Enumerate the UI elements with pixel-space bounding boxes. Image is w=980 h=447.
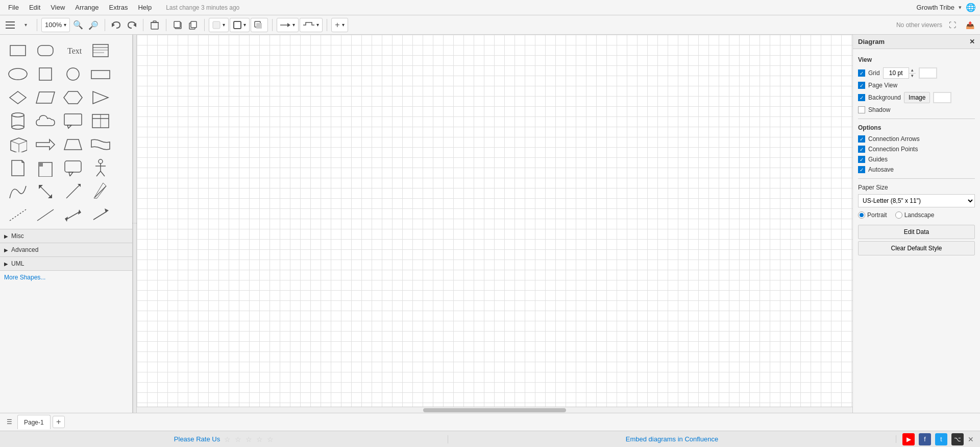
shape-rounded-rect[interactable] (32, 39, 59, 62)
stroke-chevron[interactable]: ▾ (243, 22, 246, 28)
zoom-out-btn[interactable]: 🔍 (86, 18, 101, 32)
shape-bidirectional-arrow[interactable] (59, 203, 87, 227)
connection-points-checkbox[interactable]: ✓ (858, 146, 865, 153)
menu-file[interactable]: File (4, 3, 23, 12)
canvas-area[interactable] (137, 35, 852, 413)
waypoint-style-btn[interactable]: ▾ (300, 18, 323, 32)
background-checkbox[interactable]: ✓ (858, 94, 865, 101)
shape-3d-box[interactable] (4, 133, 32, 156)
shape-person[interactable] (87, 156, 114, 180)
section-uml[interactable]: ▶ UML (0, 256, 132, 270)
tab-menu-btn[interactable]: ☰ (3, 416, 15, 428)
paper-size-select[interactable]: US-Letter (8,5" x 11") A4 A3 (858, 194, 975, 207)
shape-diagonal-arrow[interactable] (59, 180, 87, 203)
autosave-checkbox[interactable]: ✓ (858, 166, 865, 173)
collapse-handle[interactable]: ⋮ (133, 35, 137, 413)
fullscreen-btn[interactable]: ⛶ (945, 18, 960, 32)
share-btn[interactable]: 📤 (963, 18, 977, 32)
shape-trapezoid[interactable] (59, 133, 87, 156)
shape-wide-rect[interactable] (87, 62, 114, 86)
stroke-color-btn[interactable]: ▾ (230, 18, 250, 32)
landscape-radio[interactable]: Landscape (895, 211, 935, 219)
embed-link[interactable]: Embed diagrams in Confluence (626, 435, 718, 443)
youtube-icon[interactable]: ▶ (902, 433, 915, 445)
menu-arrange[interactable]: Arrange (71, 3, 103, 12)
menu-edit[interactable]: Edit (25, 3, 44, 12)
sidebar-toggle-btn[interactable] (3, 18, 17, 32)
grid-color-box[interactable] (919, 67, 937, 79)
shadow-checkbox[interactable] (858, 106, 865, 113)
connection-chevron[interactable]: ▾ (292, 22, 295, 28)
shape-callout[interactable] (59, 109, 87, 133)
shape-table[interactable] (87, 109, 114, 133)
shape-circle[interactable] (59, 62, 87, 86)
shape-cloud[interactable] (32, 109, 59, 133)
menu-view[interactable]: View (46, 3, 69, 12)
twitter-icon[interactable]: t (935, 433, 947, 445)
shape-pencil[interactable] (87, 180, 114, 203)
delete-btn[interactable] (148, 18, 162, 32)
globe-icon[interactable]: 🌐 (966, 3, 976, 12)
add-page-btn[interactable]: + (53, 416, 65, 428)
shape-double-arrow[interactable] (32, 180, 59, 203)
github-icon[interactable]: ⌥ (951, 433, 964, 445)
guides-checkbox[interactable]: ✓ (858, 156, 865, 163)
banner-close-btn[interactable]: ✕ (968, 435, 974, 443)
shape-ellipse[interactable] (4, 62, 32, 86)
grid-spin-up[interactable]: ▲ (909, 67, 916, 74)
rate-us-link[interactable]: Please Rate Us (174, 435, 220, 443)
redo-btn[interactable] (125, 18, 139, 32)
zoom-dropdown-arrow[interactable]: ▾ (64, 22, 66, 28)
star-4[interactable]: ☆ (256, 435, 263, 443)
waypoint-chevron[interactable]: ▾ (316, 22, 319, 28)
shape-hexagon[interactable] (59, 86, 87, 109)
grid-checkbox[interactable]: ✓ (858, 69, 865, 77)
clear-default-style-btn[interactable]: Clear Default Style (858, 241, 975, 255)
shape-rectangle[interactable] (4, 39, 32, 62)
duplicate-btn[interactable] (170, 18, 185, 32)
insert-btn[interactable]: + ▾ (331, 18, 348, 32)
shape-diamond[interactable] (4, 86, 32, 109)
edit-data-btn[interactable]: Edit Data (858, 225, 975, 239)
background-image-btn[interactable]: Image (904, 92, 930, 103)
shape-note[interactable] (87, 39, 114, 62)
connection-arrows-checkbox[interactable]: ✓ (858, 135, 865, 143)
tab-page1[interactable]: Page-1 (17, 415, 51, 429)
shape-card[interactable] (32, 156, 59, 180)
section-misc[interactable]: ▶ Misc (0, 229, 132, 243)
more-shapes-btn[interactable]: More Shapes... (0, 270, 132, 284)
dropdown-icon[interactable]: ▾ (959, 4, 962, 11)
sidebar-toggle-chevron[interactable]: ▾ (18, 18, 33, 32)
right-panel-close-btn[interactable]: ✕ (969, 38, 975, 45)
shape-document[interactable] (4, 156, 32, 180)
zoom-in-btn[interactable]: 🔍 (71, 18, 85, 32)
background-color-box[interactable] (933, 92, 951, 103)
shape-wave-flag[interactable] (87, 133, 114, 156)
portrait-radio[interactable]: Portrait (858, 211, 887, 219)
scrollbar-thumb[interactable] (423, 408, 566, 412)
shape-arrow[interactable] (32, 133, 59, 156)
fill-color-btn[interactable]: ▾ (209, 18, 229, 32)
copy-btn[interactable] (186, 18, 200, 32)
insert-chevron[interactable]: ▾ (342, 22, 345, 28)
star-5[interactable]: ☆ (267, 435, 274, 443)
shape-parallelogram[interactable] (32, 86, 59, 109)
shape-arrow-right[interactable] (87, 203, 114, 227)
shape-text[interactable]: Text (59, 39, 87, 62)
shape-triangle[interactable] (87, 86, 114, 109)
facebook-icon[interactable]: f (919, 433, 931, 445)
shadow-btn[interactable] (251, 18, 268, 32)
shape-square[interactable] (32, 62, 59, 86)
shape-speech-bubble[interactable] (59, 156, 87, 180)
shape-curve[interactable] (4, 180, 32, 203)
section-advanced[interactable]: ▶ Advanced (0, 243, 132, 256)
menu-extras[interactable]: Extras (105, 3, 132, 12)
horizontal-scrollbar[interactable] (137, 407, 852, 413)
grid-spin-down[interactable]: ▼ (909, 74, 916, 79)
page-view-checkbox[interactable]: ✓ (858, 82, 865, 89)
connection-style-btn[interactable]: ▾ (277, 18, 299, 32)
shape-dashed-line[interactable] (4, 203, 32, 227)
growth-tribe-label[interactable]: Growth Tribe (917, 4, 954, 11)
fill-chevron[interactable]: ▾ (223, 22, 225, 28)
star-3[interactable]: ☆ (246, 435, 252, 443)
